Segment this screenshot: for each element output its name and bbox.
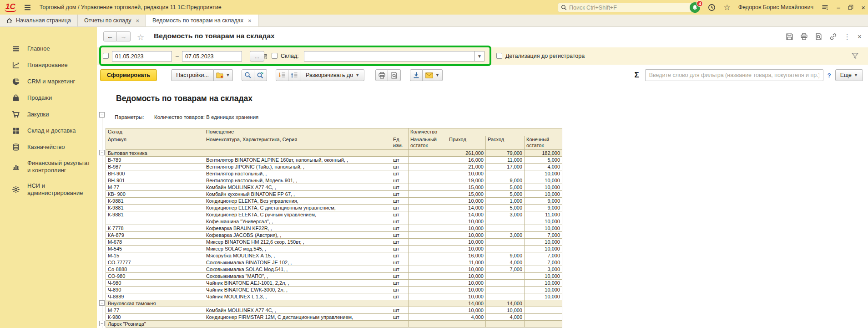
table-cell[interactable] [391, 150, 409, 157]
table-cell[interactable] [409, 321, 447, 328]
table-cell[interactable] [409, 287, 447, 293]
table-cell[interactable]: К-9881 [106, 198, 204, 205]
table-cell[interactable]: 7,000 [525, 232, 562, 239]
table-cell[interactable]: шт [391, 287, 409, 293]
back-button[interactable]: ← [103, 31, 117, 41]
table-cell[interactable]: 10,000 [525, 225, 562, 232]
table-cell[interactable]: 9,000 [486, 252, 525, 259]
table-cell[interactable] [486, 239, 525, 246]
table-cell[interactable]: Чайник BINATONE EWK-3000, 2л, , [204, 287, 391, 293]
table-cell[interactable]: Вентилятор JIPONIC (Тайв.), напольный, , [204, 164, 391, 170]
table-cell[interactable]: шт [391, 246, 409, 252]
add-favorite-star-icon[interactable]: ☆ [137, 32, 144, 42]
table-cell[interactable]: 10,000 [525, 177, 562, 184]
period-checkbox[interactable] [103, 53, 109, 59]
table-cell[interactable]: Комбайн кухонный BINATONE FP 67, , [204, 191, 391, 198]
table-cell[interactable] [409, 218, 447, 225]
table-cell[interactable]: 182,000 [525, 150, 562, 157]
table-cell[interactable]: 14,000 [486, 300, 525, 307]
table-cell[interactable]: 10,000 [447, 218, 486, 225]
user-name[interactable]: Федоров Борис Михайлович [738, 4, 813, 10]
print-button[interactable] [375, 69, 388, 81]
table-cell[interactable]: 15,000 [447, 184, 486, 191]
sidebar-item-0[interactable]: Главное [0, 41, 97, 57]
table-cell[interactable] [204, 150, 391, 157]
table-cell[interactable] [409, 259, 447, 266]
table-cell[interactable]: М-678 [106, 239, 204, 246]
table-cell[interactable] [409, 273, 447, 280]
table-cell[interactable]: шт [391, 211, 409, 218]
save-file-button[interactable] [410, 69, 423, 81]
table-cell[interactable]: Кондиционер ELEKTA, С ручным управлением… [204, 211, 391, 218]
table-cell[interactable] [409, 205, 447, 211]
table-cell[interactable]: Ларек "Розница" [106, 321, 204, 328]
table-cell[interactable] [409, 239, 447, 246]
table-cell[interactable]: 11,000 [447, 259, 486, 266]
col-header-warehouse[interactable]: Склад [106, 128, 204, 136]
table-cell[interactable]: 7,000 [486, 266, 525, 273]
period-from-input[interactable] [112, 51, 191, 61]
table-cell[interactable] [409, 184, 447, 191]
table-cell[interactable]: шт [391, 307, 409, 314]
table-cell[interactable]: К-9881 [106, 211, 204, 218]
table-cell[interactable]: Комбайн MOULINEX А77 4С, , [204, 184, 391, 191]
table-cell[interactable]: 10,000 [447, 239, 486, 246]
table-cell[interactable]: 16,000 [447, 157, 486, 164]
table-cell[interactable] [486, 225, 525, 232]
col-header-unit[interactable]: Ед. изм. [391, 136, 409, 150]
table-cell[interactable]: 10,000 [447, 246, 486, 252]
table-cell[interactable]: 10,000 [447, 293, 486, 300]
table-cell[interactable] [391, 300, 409, 307]
col-header-end[interactable]: Конечный остаток [525, 136, 562, 150]
expand-groups-button[interactable] [288, 69, 301, 81]
table-cell[interactable]: 10,000 [447, 198, 486, 205]
table-cell[interactable]: 7,000 [525, 252, 562, 259]
table-cell[interactable] [409, 266, 447, 273]
warehouse-checkbox[interactable] [272, 53, 278, 59]
table-cell[interactable]: Соковыжималка "МАПО", , [204, 273, 391, 280]
sidebar-item-6[interactable]: Казначейство [0, 139, 97, 155]
table-cell[interactable]: 3,000 [486, 232, 525, 239]
table-cell[interactable] [525, 314, 562, 321]
table-cell[interactable] [409, 170, 447, 177]
table-cell[interactable]: шт [391, 273, 409, 280]
table-cell[interactable]: СО-77777 [106, 259, 204, 266]
table-cell[interactable]: 3,000 [486, 211, 525, 218]
table-cell[interactable]: 10,000 [525, 170, 562, 177]
forward-button[interactable]: → [117, 31, 131, 41]
table-cell[interactable] [409, 280, 447, 287]
collapse-group-icon[interactable]: − [99, 300, 105, 306]
table-cell[interactable]: шт [391, 293, 409, 300]
table-cell[interactable]: Ч-890 [106, 287, 204, 293]
table-cell[interactable]: шт [391, 157, 409, 164]
table-cell[interactable]: 10,000 [447, 287, 486, 293]
table-cell[interactable]: 79,000 [486, 150, 525, 157]
table-cell[interactable]: КВ- 900 [106, 191, 204, 198]
table-cell[interactable]: ВН-900 [106, 170, 204, 177]
table-cell[interactable]: 17,000 [486, 164, 525, 170]
period-to-field[interactable] [182, 51, 242, 62]
table-cell[interactable]: шт [391, 225, 409, 232]
table-cell[interactable]: 5,000 [525, 157, 562, 164]
table-cell[interactable]: 10,000 [486, 307, 525, 314]
table-cell[interactable]: К-7778 [106, 225, 204, 232]
collapse-group-icon[interactable]: − [99, 150, 105, 155]
table-cell[interactable]: М-545 [106, 246, 204, 252]
filter-funnel-icon[interactable] [851, 52, 859, 60]
table-cell[interactable]: Мясорубка MOULINEX А 15, , [204, 252, 391, 259]
find-next-button[interactable] [254, 69, 267, 81]
table-cell[interactable]: СО-980 [106, 273, 204, 280]
table-cell[interactable] [409, 232, 447, 239]
warehouse-input[interactable] [304, 51, 474, 61]
table-cell[interactable] [409, 225, 447, 232]
table-cell[interactable] [409, 198, 447, 205]
table-cell[interactable]: 10,000 [447, 232, 486, 239]
table-cell[interactable]: 5,000 [486, 184, 525, 191]
detail-checkbox[interactable] [496, 53, 502, 59]
tab-2[interactable]: Ведомость по товарам на складах× [146, 15, 258, 26]
table-cell[interactable]: 10,000 [525, 239, 562, 246]
table-cell[interactable]: 11,000 [525, 211, 562, 218]
table-cell[interactable]: шт [391, 252, 409, 259]
table-cell[interactable] [409, 252, 447, 259]
more-button[interactable]: Еще ▼ [835, 69, 863, 81]
